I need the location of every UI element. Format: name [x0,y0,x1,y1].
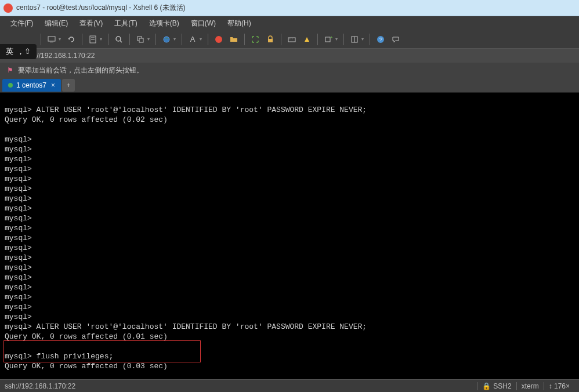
dropdown-arrow-icon[interactable]: ▾ [173,37,178,42]
terminal-line: mysql> [5,184,574,194]
tab-bar: 1 centos7 × + [0,78,579,93]
toolbar-separator [41,34,41,45]
terminal-line: mysql> [5,302,574,312]
fullscreen-icon[interactable] [248,32,262,46]
lock-icon[interactable] [263,32,277,46]
svg-rect-16 [325,37,330,42]
lock-icon: 🔒 [482,382,491,390]
svg-text:?: ? [379,37,382,42]
dropdown-arrow-icon[interactable]: ▾ [100,37,104,42]
close-tab-icon[interactable]: × [50,81,56,89]
terminal-line: mysql> [5,273,574,282]
dropdown-arrow-icon[interactable]: ▾ [361,37,366,42]
terminal-line: mysql> [5,223,574,233]
address-text: ://192.168.1.170:22 [35,52,95,60]
xshell-logo-icon[interactable] [212,32,226,46]
protocol-text: SSH2 [493,382,511,390]
terminal-line: mysql> [5,253,574,263]
chat-icon[interactable] [389,32,403,46]
ime-symbols: ，⇧ [17,46,31,57]
globe-icon[interactable] [160,32,173,46]
svg-rect-11 [268,39,273,42]
folder-icon[interactable] [227,32,241,46]
flag-icon: ⚑ [7,66,13,74]
toolbar-separator [317,34,318,45]
terminal[interactable]: mysql> ALTER USER 'root'@'localhost' IDE… [0,93,579,379]
toolbar-separator [108,34,108,45]
menu-tools[interactable]: 工具(T) [110,17,142,30]
tab-label: 1 centos7 [16,81,46,89]
terminal-line: mysql> [5,312,574,322]
terminal-line [5,342,574,351]
session-tab[interactable]: 1 centos7 × [2,79,61,92]
add-tab-button[interactable]: + [62,79,75,92]
terminal-line [5,125,574,135]
toolbar-separator [182,34,182,45]
terminal-line: mysql> flush privileges; [5,351,574,361]
status-address: ssh://192.168.1.170:22 [5,382,477,390]
dropdown-arrow-icon[interactable]: ▾ [335,37,340,42]
terminal-line: mysql> [5,282,574,292]
tip-bar: ⚑ 要添加当前会话，点击左侧的箭头按钮。 [0,63,579,78]
menu-edit[interactable]: 编辑(E) [40,17,73,30]
terminal-line: Query OK, 0 rows affected (0.03 sec) [5,361,574,371]
menu-view[interactable]: 查看(V) [75,17,107,30]
menu-file[interactable]: 文件(F) [6,17,38,30]
properties-icon[interactable] [86,32,100,46]
toolbar-separator [129,34,130,45]
dropdown-arrow-icon[interactable]: ▾ [147,37,152,42]
session-icon[interactable] [45,32,59,46]
terminal-line: mysql> ALTER USER 'root'@'localhost' IDE… [5,322,574,332]
terminal-line: mysql> [5,135,574,144]
terminal-line: mysql> [5,213,574,223]
terminal-line: mysql> [5,292,574,302]
window-title: centos7 - root@test:/usr/local/mysql - X… [16,3,576,13]
svg-rect-8 [139,38,143,42]
svg-line-6 [120,41,122,42]
toolbar-separator [208,34,208,45]
status-size: ↕ 176× [544,382,574,390]
toolbar-separator [281,34,281,45]
terminal-line: Query OK, 0 rows affected (0.02 sec) [5,115,574,125]
toolbar-separator [82,34,82,45]
svg-rect-12 [288,38,295,42]
toolbar-separator [244,34,245,45]
status-bar: ssh://192.168.1.170:22 🔒 SSH2 xterm ↕ 17… [0,379,579,392]
font-icon[interactable]: A [186,32,200,46]
terminal-line: mysql> ALTER USER 'root'@'localhost' IDE… [5,105,574,115]
toolbar-separator [343,34,344,45]
menu-help[interactable]: 帮助(H) [223,17,256,30]
reconnect-icon[interactable] [64,32,78,46]
highlight-icon[interactable] [300,32,314,46]
search-icon[interactable] [112,32,126,46]
menubar: 文件(F) 编辑(E) 查看(V) 工具(T) 选项卡(B) 窗口(W) 帮助(… [0,16,579,30]
terminal-line: mysql> [5,144,574,154]
layout-icon[interactable] [348,32,361,46]
terminal-line: mysql> [5,194,574,204]
dropdown-arrow-icon[interactable]: ▾ [59,37,63,42]
terminal-line: mysql> [5,174,574,184]
copy-icon[interactable] [133,32,147,46]
svg-rect-1 [50,42,53,42]
connected-indicator-icon [8,83,13,88]
tip-text: 要添加当前会话，点击左侧的箭头按钮。 [18,66,143,75]
dropdown-arrow-icon[interactable]: ▾ [200,37,204,42]
help-icon[interactable]: ? [374,32,388,46]
menu-window[interactable]: 窗口(W) [186,17,220,30]
svg-point-9 [164,37,169,42]
terminal-line: Query OK, 0 rows affected (0.01 sec) [5,332,574,342]
svg-point-5 [116,37,121,41]
menu-tabs[interactable]: 选项卡(B) [144,17,184,30]
terminal-line: mysql> [5,164,574,174]
terminal-line: mysql> [5,233,574,243]
terminal-line: mysql> [5,154,574,164]
app-icon [3,3,13,13]
titlebar: centos7 - root@test:/usr/local/mysql - X… [0,0,579,16]
terminal-line: mysql> [5,204,574,213]
terminal-line: mysql> [5,263,574,273]
new-tab-icon[interactable]: + [321,32,335,46]
ime-indicator[interactable]: 英 ，⇧ [0,44,37,59]
address-bar[interactable]: ://192.168.1.170:22 [0,49,579,63]
status-protocol: 🔒 SSH2 [477,382,516,390]
keyboard-icon[interactable] [285,32,299,46]
